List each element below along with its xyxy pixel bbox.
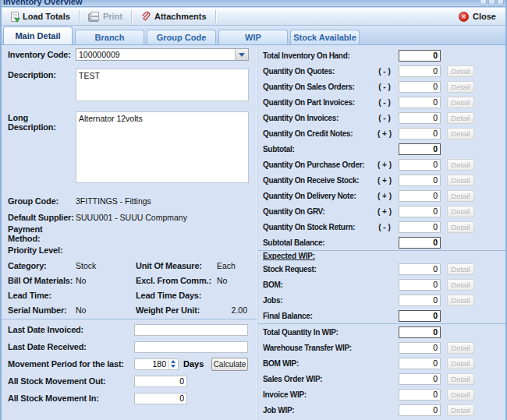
inventory-code-dropdown-button[interactable] [235, 49, 248, 60]
detail-button[interactable]: Detail [447, 175, 474, 186]
grid-label-2: Unit Of Measure: [136, 261, 213, 270]
detail-button[interactable]: Detail [447, 295, 474, 306]
calculate-button[interactable]: Calculate [211, 358, 248, 371]
detail-button[interactable]: Detail [447, 389, 474, 401]
info-value: SUUU001 - SUUU Compmany [76, 213, 187, 222]
total-input[interactable] [399, 326, 441, 338]
tab-group-code[interactable]: Group Code [147, 30, 216, 44]
quantity-row: BOM: Detail [258, 277, 505, 292]
quantity-sign: ( + ) [370, 161, 399, 169]
inventory-code-input[interactable] [76, 49, 235, 60]
date-label: Last Date Received: [8, 342, 134, 351]
window-left-edge [0, 0, 2, 420]
detail-button[interactable]: Detail [447, 159, 474, 171]
info-label: Group Code: [8, 196, 76, 206]
quantity-input[interactable] [399, 389, 441, 401]
detail-button[interactable]: Detail [447, 404, 474, 416]
quantity-input[interactable] [399, 65, 441, 77]
quantity-input[interactable] [399, 97, 441, 108]
titlebar-button-3[interactable] [497, 0, 504, 5]
detail-button[interactable]: Detail [447, 190, 474, 202]
tab-branch[interactable]: Branch [75, 30, 144, 44]
quantity-input[interactable] [399, 159, 441, 171]
info-label: Priority Level: [8, 245, 76, 255]
stock-movement-input[interactable] [134, 376, 187, 387]
quantity-input[interactable] [399, 295, 441, 306]
section-heading: Expected WIP: [258, 251, 505, 261]
total-input[interactable] [399, 310, 441, 322]
load-totals-button[interactable]: Load Totals [5, 9, 76, 24]
detail-button[interactable]: Detail [447, 263, 474, 275]
stock-movement-input[interactable] [134, 393, 187, 404]
quantity-row: Quantity On Part Invoices: ( - ) Detail [258, 94, 505, 110]
date-row: Last Date Received: [2, 338, 257, 355]
quantity-input[interactable] [399, 263, 441, 275]
print-button[interactable]: Print [83, 9, 128, 24]
total-input[interactable] [399, 237, 441, 249]
quantity-input[interactable] [399, 342, 441, 354]
description-label: Description: [8, 69, 76, 79]
info-label: Payment Method: [8, 224, 76, 243]
movement-list: All Stock Movement Out: All Stock Moveme… [2, 372, 257, 407]
quantity-input[interactable] [399, 112, 441, 124]
total-input[interactable] [399, 143, 441, 155]
detail-button[interactable]: Detail [447, 65, 474, 77]
grid-value-2: 2.00 [213, 305, 249, 315]
quantity-label: Quantity On Invoices: [263, 114, 370, 122]
main-detail-content: Inventory Code: Description: TEST Long D… [2, 44, 505, 420]
total-row: Subtotal: [258, 141, 505, 157]
quantity-row: Quantity On Credit Notes: ( + ) Detail [258, 125, 505, 141]
detail-button[interactable]: Detail [447, 97, 474, 108]
close-button[interactable]: ✕ Close [453, 9, 502, 24]
total-input[interactable] [399, 50, 441, 62]
detail-button[interactable]: Detail [447, 373, 474, 385]
left-panel: Inventory Code: Description: TEST Long D… [2, 45, 257, 420]
quantity-input[interactable] [399, 175, 441, 186]
quantity-input[interactable] [399, 404, 441, 416]
detail-button[interactable]: Detail [447, 279, 474, 291]
spin-down-button[interactable] [168, 364, 178, 369]
quantity-row: Quantity On Stock Return: ( - ) Detail [258, 219, 505, 235]
movement-period-input[interactable] [135, 359, 168, 369]
quantity-input[interactable] [399, 81, 441, 93]
long-description-input[interactable]: Alternator 12volts [76, 111, 249, 183]
quantity-input[interactable] [399, 373, 441, 385]
grid-label-1: Bill Of Materials: [8, 276, 76, 285]
quantity-input[interactable] [399, 190, 441, 202]
total-label: Subtotal: [263, 145, 370, 154]
detail-button[interactable]: Detail [447, 112, 474, 124]
quantity-row: Quantity On Delivery Note: ( + ) Detail [258, 188, 505, 203]
quantity-label: Stock Request: [263, 265, 370, 274]
detail-button[interactable]: Detail [447, 128, 474, 139]
quantity-input[interactable] [399, 206, 441, 217]
detail-button[interactable]: Detail [447, 342, 474, 354]
print-label: Print [103, 12, 122, 21]
detail-button[interactable]: Detail [447, 221, 474, 233]
tab-main-detail[interactable]: Main Detail [3, 26, 73, 44]
inventory-code-combobox[interactable] [76, 48, 249, 61]
total-label: Final Balance: [263, 312, 370, 320]
inventory-code-row: Inventory Code: [2, 48, 257, 61]
date-input[interactable] [134, 324, 248, 336]
detail-button[interactable]: Detail [447, 81, 474, 93]
quantity-input[interactable] [399, 279, 441, 291]
detail-button[interactable]: Detail [447, 206, 474, 217]
description-input[interactable]: TEST [76, 69, 249, 101]
info-grid-row: Serial Number: No Weight Per Unit: 2.00 [2, 302, 257, 317]
titlebar-button-1[interactable] [480, 0, 487, 5]
quantity-input[interactable] [399, 128, 441, 139]
titlebar-button-2[interactable] [488, 0, 495, 5]
long-description-row: Long Description: Alternator 12volts [2, 111, 257, 183]
date-input[interactable] [134, 341, 248, 353]
quantity-input[interactable] [399, 221, 441, 233]
right-panel: Total Inventory On Hand: Quantity On Quo… [258, 45, 505, 420]
detail-button[interactable]: Detail [447, 358, 474, 369]
movement-period-spinner[interactable] [134, 358, 179, 370]
tab-stock-available[interactable]: Stock Available [290, 30, 360, 44]
quantity-input[interactable] [399, 358, 441, 369]
attachments-button[interactable]: Attachments [135, 9, 212, 24]
quantity-row: Invoice WIP: Detail [258, 386, 505, 402]
quantity-label: BOM WIP: [263, 359, 370, 368]
quantity-label: Warehouse Transfer WIP: [263, 344, 370, 352]
tab-wip[interactable]: WIP [218, 30, 288, 44]
